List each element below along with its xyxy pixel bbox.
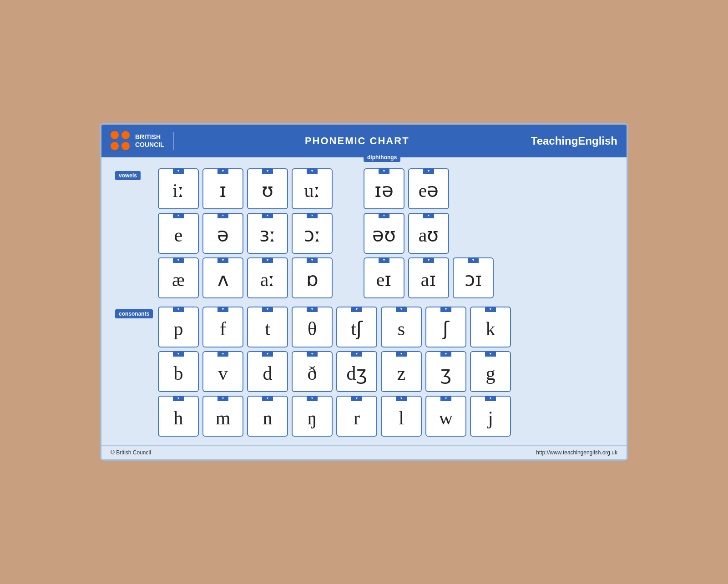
card-tab[interactable] xyxy=(468,257,479,263)
card-tab[interactable] xyxy=(217,213,228,218)
card-tab[interactable] xyxy=(440,396,451,401)
card-tab[interactable] xyxy=(173,168,184,174)
card-tab[interactable] xyxy=(396,396,407,401)
phoneme-card-n[interactable]: n xyxy=(247,396,288,437)
card-tab[interactable] xyxy=(485,396,496,401)
card-tab[interactable] xyxy=(351,396,362,401)
card-tab[interactable] xyxy=(485,307,496,312)
card-tab[interactable] xyxy=(307,257,318,263)
phoneme-card-əʊ[interactable]: əʊ xyxy=(364,213,404,254)
phoneme-card-f[interactable]: f xyxy=(202,307,243,347)
card-tab[interactable] xyxy=(307,168,318,174)
card-tab[interactable] xyxy=(440,351,451,357)
phoneme-card-r[interactable]: r xyxy=(336,396,377,437)
phoneme-symbol: ʌ xyxy=(217,270,229,289)
phoneme-card-d[interactable]: d xyxy=(247,351,288,392)
card-tab[interactable] xyxy=(217,307,228,312)
card-tab[interactable] xyxy=(485,351,496,357)
card-tab[interactable] xyxy=(217,396,228,401)
card-tab[interactable] xyxy=(396,351,407,357)
phoneme-card-ʃ[interactable]: ʃ xyxy=(425,307,466,347)
phoneme-card-p[interactable]: p xyxy=(158,307,199,347)
phoneme-card-aɪ[interactable]: aɪ xyxy=(408,257,449,298)
phoneme-symbol: n xyxy=(263,408,273,428)
phoneme-card-v[interactable]: v xyxy=(202,351,243,392)
phoneme-card-s[interactable]: s xyxy=(381,307,422,347)
phoneme-card-æ[interactable]: æ xyxy=(158,257,199,298)
phoneme-card-e[interactable]: e xyxy=(158,213,199,254)
phoneme-card-ʒ[interactable]: ʒ xyxy=(425,351,466,392)
phoneme-symbol: ɒ xyxy=(306,270,318,289)
phoneme-card-b[interactable]: b xyxy=(158,351,199,392)
phoneme-card-aː[interactable]: aː xyxy=(247,257,288,298)
phoneme-card-eɪ[interactable]: eɪ xyxy=(364,257,404,298)
card-tab[interactable] xyxy=(379,213,389,218)
phoneme-card-z[interactable]: z xyxy=(381,351,422,392)
card-tab[interactable] xyxy=(440,307,451,312)
logo-line1: BRITISH xyxy=(135,133,164,141)
card-tab[interactable] xyxy=(217,168,228,174)
card-tab[interactable] xyxy=(307,396,318,401)
phoneme-card-ð[interactable]: ð xyxy=(292,351,333,392)
phoneme-card-dʒ[interactable]: dʒ xyxy=(336,351,377,392)
phoneme-card-ɔɪ[interactable]: ɔɪ xyxy=(453,257,494,298)
phoneme-card-uː[interactable]: uː xyxy=(292,168,333,209)
phoneme-symbol: ʊ xyxy=(262,181,273,200)
phoneme-card-ɪ[interactable]: ɪ xyxy=(202,168,243,209)
phoneme-card-iː[interactable]: iː xyxy=(158,168,199,209)
card-tab[interactable] xyxy=(379,168,389,174)
logo-circle-bl xyxy=(111,142,119,150)
card-tab[interactable] xyxy=(307,351,318,357)
card-tab[interactable] xyxy=(173,213,184,218)
phoneme-card-ɒ[interactable]: ɒ xyxy=(292,257,333,298)
phoneme-card-j[interactable]: j xyxy=(470,396,511,437)
phoneme-card-w[interactable]: w xyxy=(425,396,466,437)
card-tab[interactable] xyxy=(173,396,184,401)
card-tab[interactable] xyxy=(173,307,184,312)
phoneme-card-l[interactable]: l xyxy=(381,396,422,437)
phoneme-card-eə[interactable]: eə xyxy=(408,168,449,209)
phoneme-card-g[interactable]: g xyxy=(470,351,511,392)
card-tab[interactable] xyxy=(217,351,228,357)
phoneme-card-aʊ[interactable]: aʊ xyxy=(408,213,449,254)
card-tab[interactable] xyxy=(379,257,389,263)
card-tab[interactable] xyxy=(307,213,318,218)
card-tab[interactable] xyxy=(173,351,184,357)
phoneme-card-ɜː[interactable]: ɜː xyxy=(247,213,288,254)
footer-copyright: © British Council xyxy=(111,449,151,456)
card-tab[interactable] xyxy=(262,307,273,312)
card-tab[interactable] xyxy=(173,257,184,263)
phoneme-symbol: ɔɪ xyxy=(465,270,482,289)
phoneme-card-ʊ[interactable]: ʊ xyxy=(247,168,288,209)
card-tab[interactable] xyxy=(262,168,273,174)
phoneme-symbol: d xyxy=(263,364,273,383)
phoneme-card-θ[interactable]: θ xyxy=(292,307,333,347)
phoneme-card-t[interactable]: t xyxy=(247,307,288,347)
card-tab[interactable] xyxy=(351,351,362,357)
phoneme-card-ŋ[interactable]: ŋ xyxy=(292,396,333,437)
phoneme-symbol: əʊ xyxy=(372,226,396,245)
card-tab[interactable] xyxy=(262,213,273,218)
phoneme-symbol: dʒ xyxy=(347,364,367,383)
card-tab[interactable] xyxy=(396,307,407,312)
card-tab[interactable] xyxy=(262,257,273,263)
phoneme-card-m[interactable]: m xyxy=(202,396,243,437)
phoneme-symbol: ʃ xyxy=(443,319,449,338)
phoneme-card-ɔː[interactable]: ɔː xyxy=(292,213,333,254)
card-tab[interactable] xyxy=(217,257,228,263)
phoneme-card-k[interactable]: k xyxy=(470,307,511,347)
card-tab[interactable] xyxy=(307,307,318,312)
card-tab[interactable] xyxy=(423,168,434,174)
phoneme-card-ɪə[interactable]: ɪə xyxy=(364,168,404,209)
vowels-section: vowels iː ɪ ʊ uː e ə ɜː xyxy=(115,166,613,300)
card-tab[interactable] xyxy=(351,307,362,312)
card-tab[interactable] xyxy=(262,396,273,401)
card-tab[interactable] xyxy=(423,213,434,218)
phoneme-card-ʌ[interactable]: ʌ xyxy=(202,257,243,298)
phoneme-symbol: g xyxy=(486,364,495,383)
card-tab[interactable] xyxy=(423,257,434,263)
phoneme-card-h[interactable]: h xyxy=(158,396,199,437)
card-tab[interactable] xyxy=(262,351,273,357)
phoneme-card-ə[interactable]: ə xyxy=(202,213,243,254)
phoneme-card-tʃ[interactable]: tʃ xyxy=(336,307,377,347)
